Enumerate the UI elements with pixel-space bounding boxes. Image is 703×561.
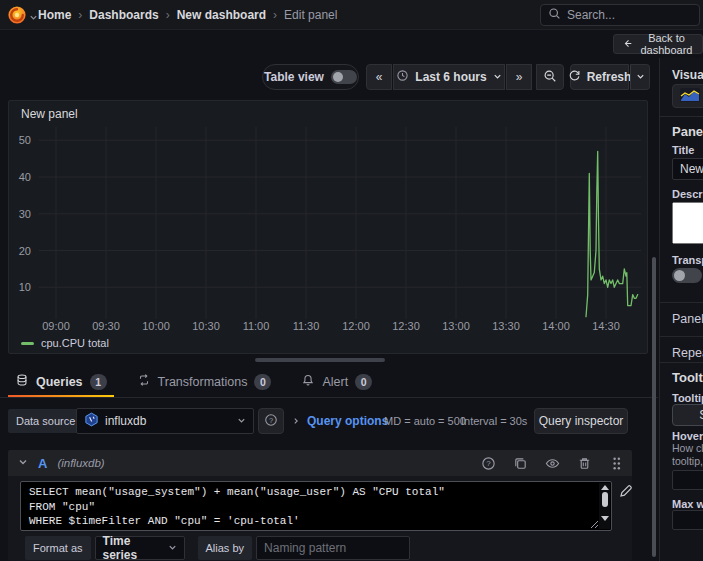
title-label: Title [672, 144, 694, 156]
tab-transformations-label: Transformations [158, 375, 248, 389]
influxdb-logo-icon [84, 412, 99, 430]
hover-proximity-input[interactable] [672, 470, 703, 490]
panel-title-input[interactable] [672, 158, 703, 180]
query-datasource-hint: (influxdb) [57, 457, 471, 469]
help-circle-icon: ? [264, 413, 278, 430]
top-nav: Home › Dashboards › New dashboard › Edit… [0, 0, 703, 30]
collapse-chevron-icon[interactable] [18, 456, 28, 470]
svg-text:11:30: 11:30 [293, 320, 320, 332]
scroll-down-icon[interactable] [601, 516, 609, 521]
breadcrumb-new-dashboard[interactable]: New dashboard [177, 8, 266, 22]
time-range-picker[interactable]: Last 6 hours [393, 64, 505, 90]
grafana-edit-panel-screen: Home › Dashboards › New dashboard › Edit… [0, 0, 703, 561]
svg-text:12:00: 12:00 [342, 320, 370, 332]
tooltip-section-header[interactable]: Tooltip [672, 370, 703, 385]
editor-tabs: Queries 1 Transformations 0 Alert 0 [0, 366, 658, 398]
queries-count-badge: 1 [90, 374, 107, 390]
zoom-out-icon [543, 69, 557, 86]
timeseries-chart[interactable]: 102030405009:0009:3010:0010:3011:0011:30… [9, 101, 649, 355]
legend-swatch [21, 342, 34, 345]
resize-corner-icon[interactable] [590, 520, 599, 529]
toggle-knob [674, 270, 685, 281]
back-to-dashboard-button[interactable]: Back to dashboard [613, 34, 703, 54]
query-help-icon[interactable]: ? [481, 456, 496, 471]
svg-text:?: ? [486, 459, 491, 468]
grafana-logo-icon[interactable] [7, 5, 27, 25]
alias-by-input[interactable] [256, 536, 410, 560]
visualization-picker-button[interactable]: Time series [672, 84, 703, 108]
back-to-dashboard-label: Back to dashboard [639, 32, 694, 56]
main-pane-scrollbar[interactable] [652, 257, 656, 557]
breadcrumb: Home › Dashboards › New dashboard › Edit… [38, 0, 337, 30]
divider [660, 116, 703, 117]
drag-handle-grip-icon[interactable] [611, 456, 622, 471]
query-row-header[interactable]: A (influxdb) ? [8, 450, 632, 476]
svg-text:14:00: 14:00 [542, 320, 570, 332]
breadcrumb-separator-icon: › [166, 8, 170, 22]
chevron-down-icon [237, 414, 246, 428]
zoom-out-time-button[interactable] [536, 64, 564, 90]
tab-queries[interactable]: Queries 1 [8, 366, 114, 397]
query-ref-id[interactable]: A [38, 456, 47, 471]
datasource-help-button[interactable]: ? [258, 408, 284, 434]
svg-text:11:00: 11:00 [243, 320, 270, 332]
chevron-down-icon [168, 541, 177, 555]
transparent-background-switch[interactable] [672, 268, 702, 283]
svg-text:09:30: 09:30 [92, 320, 120, 332]
svg-text:?: ? [269, 415, 273, 424]
scroll-up-icon[interactable] [601, 485, 609, 490]
influxql-query-editor[interactable]: SELECT mean("usage_system") + mean("usag… [20, 481, 612, 531]
refresh-button[interactable]: Refresh [570, 64, 629, 90]
max-data-points-summary: MD = auto = 500 [384, 415, 466, 427]
sql-line: SELECT mean("usage_system") + mean("usag… [29, 485, 593, 500]
table-view-switch[interactable] [331, 70, 357, 84]
divider [660, 336, 703, 337]
panel-links-section[interactable]: Panel links [672, 312, 703, 326]
svg-text:13:30: 13:30 [492, 320, 520, 332]
time-shift-forward-button[interactable]: » [506, 64, 532, 90]
search-input[interactable] [567, 8, 677, 22]
format-as-select[interactable]: Time series [95, 536, 185, 560]
panel-description-textarea[interactable] [672, 202, 703, 244]
time-shift-back-button[interactable]: « [366, 64, 392, 90]
repeat-options-section[interactable]: Repeat options [672, 346, 703, 360]
divider [660, 302, 703, 303]
tab-alert[interactable]: Alert 0 [294, 366, 379, 397]
tooltip-mode-single-button[interactable]: Single [672, 404, 703, 426]
panel-options-sidebar: Visualization Time series Panel options … [659, 58, 703, 561]
disable-query-eye-icon[interactable] [545, 456, 560, 471]
tab-transformations[interactable]: Transformations 0 [130, 366, 279, 397]
svg-text:12:30: 12:30 [392, 320, 420, 332]
breadcrumb-home[interactable]: Home [38, 8, 71, 22]
editor-scrollbar[interactable] [599, 483, 610, 529]
breadcrumb-separator-icon: › [78, 8, 82, 22]
refresh-interval-dropdown[interactable] [630, 64, 650, 90]
pane-resize-handle[interactable] [255, 358, 385, 362]
table-view-toggle[interactable]: Table view [262, 64, 359, 90]
search-box[interactable] [540, 4, 700, 26]
query-options-expander[interactable]: Query options [292, 408, 388, 434]
chevron-down-icon [636, 70, 645, 84]
tab-alert-label: Alert [322, 375, 348, 389]
alias-by-label: Alias by [198, 536, 253, 560]
edit-query-pencil-icon[interactable] [618, 483, 634, 499]
hover-proximity-label: Hover proximity [672, 430, 703, 442]
nav-chevron-down-icon[interactable] [29, 11, 38, 25]
panel-options-header[interactable]: Panel options [672, 124, 703, 139]
legend-item[interactable]: cpu.CPU total [21, 337, 109, 349]
breadcrumb-dashboards[interactable]: Dashboards [89, 8, 158, 22]
interval-summary: Interval = 30s [461, 415, 527, 427]
clock-icon [396, 69, 409, 85]
duplicate-query-icon[interactable] [513, 456, 528, 471]
tab-queries-label: Queries [36, 375, 83, 389]
format-as-value: Time series [103, 534, 162, 561]
svg-text:10:00: 10:00 [142, 320, 170, 332]
max-width-input[interactable] [672, 510, 703, 530]
svg-text:10:30: 10:30 [192, 320, 220, 332]
svg-text:14:30: 14:30 [592, 320, 620, 332]
datasource-picker[interactable]: influxdb [76, 408, 254, 434]
toggle-knob [333, 72, 343, 82]
scrollbar-thumb[interactable] [602, 492, 608, 507]
delete-query-trash-icon[interactable] [577, 456, 592, 471]
query-inspector-button[interactable]: Query inspector [534, 408, 628, 434]
